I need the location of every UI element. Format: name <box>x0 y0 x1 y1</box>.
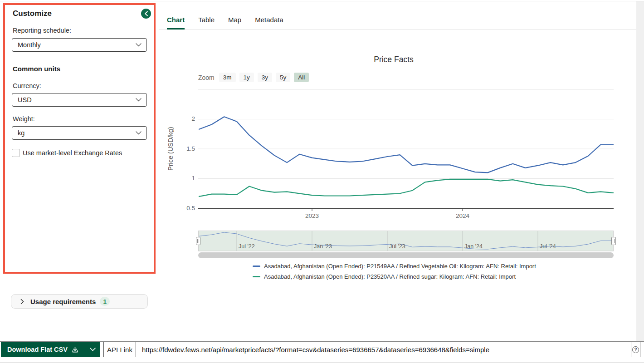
legend-dash-icon <box>253 266 260 267</box>
chevron-down-icon <box>136 131 141 135</box>
navigator-handle-right[interactable] <box>612 237 616 245</box>
chart-title: Price Facts <box>159 55 628 64</box>
tab-chart[interactable]: Chart <box>167 15 185 30</box>
currency-value: USD <box>18 96 32 103</box>
tab-metadata[interactable]: Metadata <box>255 15 283 28</box>
collapse-panel-button[interactable] <box>141 9 151 19</box>
currency-select[interactable]: USD <box>12 93 147 107</box>
help-icon[interactable]: ? <box>632 346 639 353</box>
reporting-schedule-label: Reporting schedule: <box>13 27 71 34</box>
usage-requirements-count-badge: 1 <box>100 297 110 306</box>
weight-value: kg <box>18 129 24 137</box>
chevron-down-icon <box>136 98 141 102</box>
navigator-handle-left[interactable] <box>196 237 200 245</box>
usage-requirements-label: Usage requirements <box>30 298 96 305</box>
weight-label: Weight: <box>13 115 35 123</box>
series-line-0 <box>199 117 613 172</box>
download-flat-csv-button[interactable]: Download Flat CSV <box>1 342 100 357</box>
x-axis-tick: 2024 <box>451 212 474 219</box>
api-url-input[interactable] <box>136 342 631 357</box>
tab-table[interactable]: Table <box>198 15 215 28</box>
reporting-schedule-value: Monthly <box>18 41 41 49</box>
api-link-label: API Link <box>103 342 136 357</box>
zoom-label: Zoom <box>198 74 215 81</box>
y-axis-tick: 2 <box>175 115 195 122</box>
legend-label: Asadabad, Afghanistan (Open Ended): P235… <box>264 273 516 280</box>
download-icon <box>72 346 78 353</box>
chevron-down-icon <box>136 43 141 47</box>
app-root: Customize Reporting schedule: Monthly Co… <box>0 0 644 364</box>
y-axis-title: Price (USD/kg) <box>167 107 174 191</box>
download-options-button[interactable] <box>85 342 100 357</box>
weight-select[interactable]: kg <box>12 126 147 140</box>
legend-dash-icon <box>253 276 260 277</box>
reporting-schedule-select[interactable]: Monthly <box>12 38 147 52</box>
y-axis-tick: 1.5 <box>175 145 195 152</box>
download-button-label: Download Flat CSV <box>7 346 68 353</box>
y-axis-tick: 1 <box>175 175 195 182</box>
navigator-label: Jul '23 <box>389 243 405 250</box>
zoom-controls: Zoom 3m 1y 3y 5y All <box>198 73 309 82</box>
exchange-rates-checkbox-label: Use market-level Exchange Rates <box>23 149 122 157</box>
top-border <box>0 1 644 1</box>
navigator-label: Jan '24 <box>464 243 483 250</box>
series-line-1 <box>199 179 613 197</box>
y-axis-tick: 0.5 <box>175 205 195 212</box>
chart-legend: Asadabad, Afghanistan (Open Ended): P215… <box>253 263 536 280</box>
x-axis-tick: 2023 <box>301 212 323 219</box>
legend-item-refined-sugar[interactable]: Asadabad, Afghanistan (Open Ended): P235… <box>253 273 536 280</box>
chevron-right-icon <box>20 299 24 305</box>
zoom-button-3y[interactable]: 3y <box>258 73 272 82</box>
zoom-button-3m[interactable]: 3m <box>219 73 236 82</box>
legend-item-vegetable-oil[interactable]: Asadabad, Afghanistan (Open Ended): P215… <box>253 263 536 270</box>
tab-bar: Chart Table Map Metadata <box>159 15 636 30</box>
exchange-rates-checkbox[interactable] <box>12 149 20 157</box>
help-segment: ? <box>631 342 640 357</box>
common-units-heading: Common units <box>13 65 60 73</box>
zoom-button-1y[interactable]: 1y <box>239 73 254 82</box>
zoom-button-all[interactable]: All <box>294 73 309 82</box>
chevron-left-icon <box>144 11 148 16</box>
customize-title: Customize <box>13 9 52 18</box>
chart-scrollbar[interactable] <box>198 252 614 258</box>
legend-label: Asadabad, Afghanistan (Open Ended): P215… <box>264 263 536 270</box>
navigator-label: Jan '23 <box>314 243 332 250</box>
panel-divider <box>159 1 159 334</box>
price-chart-plot <box>198 89 614 213</box>
currency-label: Currency: <box>13 82 41 89</box>
navigator-label: Jul '22 <box>239 243 255 250</box>
tab-map[interactable]: Map <box>228 15 241 28</box>
chevron-down-icon <box>90 348 96 351</box>
right-gutter <box>636 1 644 341</box>
zoom-button-5y[interactable]: 5y <box>276 73 290 82</box>
navigator-label: Jul '24 <box>540 243 556 250</box>
usage-requirements-button[interactable]: Usage requirements 1 <box>11 294 148 309</box>
